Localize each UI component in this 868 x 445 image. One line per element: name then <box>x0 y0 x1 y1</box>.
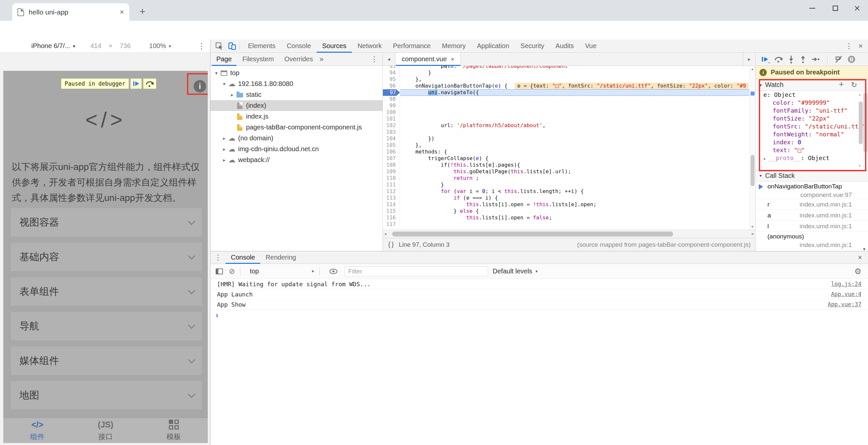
tab-security[interactable]: Security <box>515 39 550 53</box>
line-number[interactable]: 104 <box>383 135 400 142</box>
line-number[interactable]: 99 <box>383 102 400 109</box>
drawer-close-icon[interactable]: × <box>858 253 868 262</box>
code-text[interactable] <box>400 115 755 122</box>
vertical-scroll-thumb[interactable] <box>751 155 754 186</box>
code-text[interactable]: }, <box>400 142 755 148</box>
code-text[interactable] <box>400 109 755 115</box>
line-number[interactable]: 101 <box>383 115 400 122</box>
callstack-frame[interactable]: lindex.umd.min.js:1 <box>755 221 868 232</box>
line-number[interactable]: 115 <box>383 208 400 214</box>
console-tab-console[interactable]: Console <box>225 251 260 264</box>
code-text[interactable]: methods: { <box>400 148 755 155</box>
line-number[interactable]: 112 <box>383 188 400 195</box>
expander-icon[interactable]: ▸ <box>221 146 227 152</box>
console-filter-input[interactable] <box>345 267 488 276</box>
tab-vue[interactable]: Vue <box>580 39 602 53</box>
section-item[interactable]: 媒体组件 <box>11 346 202 375</box>
console-prompt[interactable]: › <box>210 310 868 321</box>
device-select[interactable]: iPhone 6/7/... <box>31 42 70 50</box>
message-source-link[interactable]: App.vue:37 <box>828 301 861 308</box>
devtools-close-icon[interactable]: × <box>859 42 863 50</box>
editor-horizontal-scrollbar[interactable]: ◂ ▸ <box>383 230 755 238</box>
line-number[interactable]: 97 <box>383 89 400 96</box>
expander-icon[interactable]: ▸ <box>221 157 227 163</box>
code-viewport[interactable]: 93 path: '/pages/tabbar/component/compon… <box>383 66 755 230</box>
viewport-width[interactable]: 414 <box>90 42 101 50</box>
line-number[interactable]: 113 <box>383 195 400 201</box>
line-number[interactable]: 103 <box>383 129 400 135</box>
line-number[interactable]: 98 <box>383 96 400 102</box>
line-number[interactable]: 107 <box>383 155 400 162</box>
code-text[interactable]: }) <box>400 135 755 142</box>
tab-memory[interactable]: Memory <box>436 39 471 53</box>
tree-item[interactable]: pages-tabBar-component-component.js <box>210 122 382 133</box>
zoom-select[interactable]: 100% <box>149 42 166 50</box>
deactivate-breakpoints-button[interactable] <box>835 55 843 64</box>
tab-elements[interactable]: Elements <box>242 39 281 53</box>
console-tab-rendering[interactable]: Rendering <box>260 251 301 264</box>
browser-tab[interactable]: hello uni-app × <box>12 3 129 21</box>
step-button[interactable] <box>811 55 820 64</box>
section-item[interactable]: 基础内容 <box>11 243 202 271</box>
tab-sources[interactable]: Sources <box>317 39 352 53</box>
code-text[interactable]: return ; <box>400 175 755 181</box>
more-tabs-icon[interactable]: » <box>318 55 326 64</box>
code-text[interactable]: onNavigationBarButtonTap(e) { e = {text:… <box>400 83 755 89</box>
code-text[interactable]: if(!this.lists[e].pages){ <box>400 162 755 168</box>
editor-tab-close-icon[interactable]: × <box>451 56 455 63</box>
pretty-print-icon[interactable]: { } <box>383 241 399 248</box>
step-into-button[interactable] <box>787 55 795 64</box>
drawer-menu-icon[interactable]: ⋮ <box>210 253 225 262</box>
line-number[interactable]: 111 <box>383 181 400 188</box>
code-text[interactable]: path: '/pages/tabbar/component/component… <box>400 66 755 69</box>
tabbar-item-组件[interactable]: </>组件 <box>3 418 71 443</box>
navigator-tab-filesystem[interactable]: Filesystem <box>238 53 279 66</box>
log-levels-selector[interactable]: Default levels ▾ <box>493 268 538 275</box>
line-number[interactable]: 108 <box>383 162 400 168</box>
line-number[interactable]: 96 <box>383 83 400 89</box>
code-text[interactable] <box>400 221 755 228</box>
step-over-button[interactable] <box>143 78 156 89</box>
tree-item[interactable]: ▸☁(no domain) <box>210 133 382 144</box>
line-number[interactable]: 114 <box>383 201 400 208</box>
tab-close-icon[interactable]: × <box>120 8 124 16</box>
step-over-button[interactable] <box>774 55 783 64</box>
resume-button[interactable] <box>761 55 770 64</box>
toggle-device-toolbar-icon[interactable] <box>227 42 237 50</box>
callstack-frame[interactable]: onNavigationBarButtonTapcomponent.vue:97 <box>755 181 868 199</box>
code-text[interactable] <box>400 96 755 102</box>
code-text[interactable]: this.goDetailPage(this.lists[e].url); <box>400 168 755 175</box>
close-button[interactable] <box>846 0 868 16</box>
console-settings-gear-icon[interactable]: ⚙ <box>854 267 861 276</box>
scroll-right-icon[interactable]: ▸ <box>752 231 754 236</box>
tree-item[interactable]: ▸☁img-cdn-qiniu.dcloud.net.cn <box>210 144 382 155</box>
live-expression-eye-icon[interactable] <box>330 269 337 274</box>
section-item[interactable]: 视图容器 <box>11 208 202 237</box>
tabbar-item-接口[interactable]: (JS)接口 <box>71 418 140 443</box>
tree-item[interactable]: index.js <box>210 111 382 122</box>
device-toolbar-menu-icon[interactable]: ⋮ <box>197 41 206 51</box>
tab-network[interactable]: Network <box>352 39 387 53</box>
expander-icon[interactable]: ▸ <box>229 92 236 98</box>
line-number[interactable]: 117 <box>383 221 400 228</box>
scroll-up-icon[interactable]: ▴ <box>750 67 755 71</box>
expander-icon[interactable]: ▾ <box>221 81 227 87</box>
code-text[interactable] <box>400 129 755 135</box>
tab-performance[interactable]: Performance <box>388 39 437 53</box>
line-number[interactable]: 116 <box>383 214 400 221</box>
navigator-tab-overrides[interactable]: Overrides <box>280 53 318 66</box>
code-text[interactable]: trigerCollapse(e) { <box>400 155 755 162</box>
code-text[interactable]: } else { <box>400 208 755 214</box>
context-selector[interactable]: top ▾ <box>250 268 314 275</box>
scroll-left-icon[interactable]: ◂ <box>384 231 386 236</box>
tab-audits[interactable]: Audits <box>550 39 580 53</box>
tabs-scroll-left-icon[interactable]: ◂ <box>383 53 395 66</box>
pause-on-exceptions-button[interactable] <box>847 55 856 64</box>
section-item[interactable]: 导航 <box>11 312 202 340</box>
line-number[interactable]: 93 <box>383 66 400 69</box>
tab-application[interactable]: Application <box>471 39 515 53</box>
horizontal-scroll-thumb[interactable] <box>392 232 673 237</box>
line-number[interactable]: 110 <box>383 175 400 181</box>
minimize-button[interactable] <box>801 0 823 16</box>
line-number[interactable]: 95 <box>383 76 400 83</box>
